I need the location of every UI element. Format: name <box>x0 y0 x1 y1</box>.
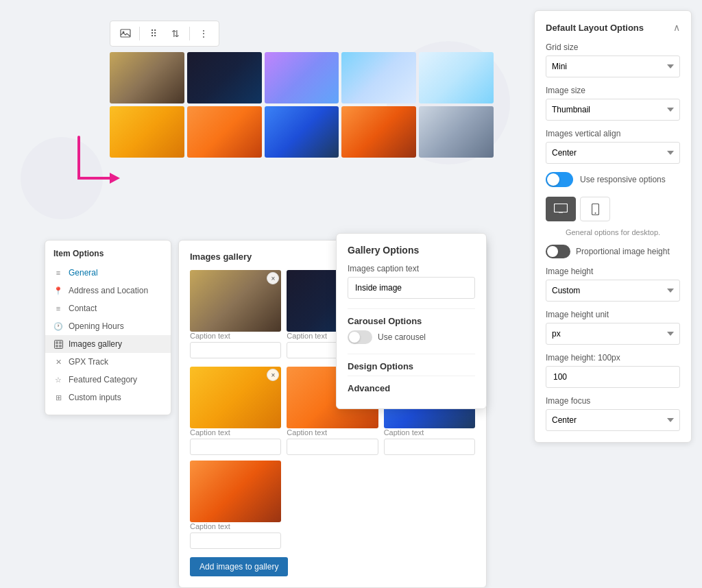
caption-label-4: Caption text <box>190 428 281 437</box>
general-options-note: General options for desktop. <box>546 228 680 236</box>
carousel-section-title[interactable]: Carousel Options <box>348 308 475 330</box>
list-icon: ≡ <box>53 268 63 278</box>
add-images-button[interactable]: Add images to gallery <box>190 557 288 576</box>
caption-input-6[interactable] <box>384 439 475 455</box>
gallery-top-img-2 <box>187 52 262 103</box>
image-size-select[interactable]: Thumbnail Medium Large Full <box>546 99 680 121</box>
gallery-top-img-10 <box>419 106 494 158</box>
svg-point-10 <box>594 212 596 214</box>
sidebar-item-contact[interactable]: ≡ Contact <box>45 299 171 317</box>
images-caption-input[interactable] <box>348 277 475 299</box>
sidebar-item-custom[interactable]: ⊞ Custom inputs <box>45 389 171 406</box>
device-tabs <box>546 197 680 221</box>
svg-rect-0 <box>121 29 130 37</box>
clock-icon: 🕐 <box>53 321 63 331</box>
desktop-tab[interactable] <box>546 197 576 221</box>
track-icon: ✕ <box>53 357 63 367</box>
image-height-label: Image height <box>546 267 680 276</box>
star-icon: ☆ <box>53 375 63 384</box>
top-gallery-grid <box>110 52 494 158</box>
gallery-top-img-5 <box>419 52 494 103</box>
sidebar-item-hours[interactable]: 🕐 Opening Hours <box>45 317 171 335</box>
gallery-toolbar: ⠿ ⇅ ⋮ <box>110 21 219 47</box>
panel-header: Default Layout Options ∧ <box>546 22 680 33</box>
caption-input-7[interactable] <box>190 532 281 549</box>
grid-size-label: Grid size <box>546 42 680 52</box>
toolbar-divider-2 <box>189 27 190 40</box>
vertical-align-select[interactable]: Top Center Bottom <box>546 142 680 164</box>
image-height-px-label: Image height: 100px <box>546 353 680 363</box>
item-options-title: Item Options <box>45 249 171 264</box>
sidebar-item-address[interactable]: 📍 Address and Location <box>45 282 171 299</box>
carousel-toggle-row: Use carousel <box>348 330 475 344</box>
pin-icon: 📍 <box>53 286 63 295</box>
responsive-toggle-row: Use responsive options <box>546 172 680 187</box>
svg-rect-8 <box>555 204 568 212</box>
image-height-input[interactable] <box>546 366 680 388</box>
sidebar-item-gpx[interactable]: ✕ GPX Track <box>45 353 171 371</box>
gallery-top-img-8 <box>265 106 339 158</box>
image-height-unit-select[interactable]: px em rem % <box>546 323 680 345</box>
layout-options-title: Default Layout Options <box>546 23 644 33</box>
toggle-knob <box>349 332 360 343</box>
responsive-label: Use responsive options <box>580 175 666 184</box>
grid-tool-icon[interactable]: ⠿ <box>144 24 163 43</box>
caption-label-6: Caption text <box>384 428 475 437</box>
top-gallery-area: ⠿ ⇅ ⋮ <box>110 21 494 158</box>
svg-marker-2 <box>110 173 120 184</box>
svg-rect-4 <box>56 341 58 344</box>
use-carousel-toggle[interactable] <box>348 330 372 344</box>
caption-label-7: Caption text <box>190 522 281 530</box>
svg-rect-5 <box>59 341 62 344</box>
arrows-tool-icon[interactable]: ⇅ <box>166 24 185 43</box>
images-caption-label: Images caption text <box>348 264 475 273</box>
image-height-select[interactable]: Custom Auto Fixed <box>546 280 680 302</box>
proportional-label: Proportional image height <box>576 247 670 256</box>
responsive-toggle-knob <box>547 173 559 186</box>
caption-input-5[interactable] <box>287 439 378 455</box>
design-section-title[interactable]: Design Options <box>348 354 475 376</box>
image-focus-label: Image focus <box>546 396 680 406</box>
svg-rect-6 <box>56 345 58 347</box>
gallery-img-7 <box>190 461 281 522</box>
gallery-item-4: × Caption text <box>190 367 281 455</box>
proportional-toggle[interactable] <box>546 245 570 258</box>
caption-input-4[interactable] <box>190 439 281 455</box>
toolbar-divider <box>139 27 140 40</box>
sidebar-item-images-gallery[interactable]: Images gallery <box>45 335 171 353</box>
gallery-options-popup: Gallery Options Images caption text Caro… <box>336 233 487 409</box>
contact-icon: ≡ <box>53 304 63 313</box>
caption-label-5: Caption text <box>287 428 378 437</box>
gallery-top-img-4 <box>341 52 416 103</box>
caption-label-1: Caption text <box>190 332 281 340</box>
image-tool-icon[interactable] <box>116 24 135 43</box>
advanced-section-title[interactable]: Advanced <box>348 376 475 397</box>
sidebar-item-general[interactable]: ≡ General <box>45 264 171 282</box>
custom-icon: ⊞ <box>53 393 63 402</box>
sidebar-item-category[interactable]: ☆ Featured Category <box>45 371 171 389</box>
gallery-top-img-9 <box>341 106 416 158</box>
mobile-tab[interactable] <box>580 197 610 221</box>
collapse-icon[interactable]: ∧ <box>673 22 680 33</box>
gallery-icon <box>53 339 63 349</box>
proportional-toggle-row: Proportional image height <box>546 245 680 258</box>
image-height-unit-label: Image height unit <box>546 310 680 319</box>
grid-size-select[interactable]: Mini Small Medium Large <box>546 56 680 77</box>
more-tool-icon[interactable]: ⋮ <box>194 24 213 43</box>
gallery-top-img-7 <box>187 106 262 158</box>
pink-arrow <box>58 123 134 206</box>
image-size-label: Image size <box>546 86 680 95</box>
use-carousel-label: Use carousel <box>378 332 426 342</box>
gallery-item-7: Caption text <box>190 461 281 549</box>
image-focus-select[interactable]: Top Center Bottom Left Right <box>546 409 680 431</box>
gallery-options-title: Gallery Options <box>348 245 475 256</box>
caption-input-1[interactable] <box>190 342 281 358</box>
item-options-panel: Item Options ≡ General 📍 Address and Loc… <box>45 240 171 415</box>
vertical-align-label: Images vertical align <box>546 129 680 138</box>
layout-options-panel: Default Layout Options ∧ Grid size Mini … <box>534 10 692 443</box>
gallery-top-img-1 <box>110 52 184 103</box>
gallery-top-img-3 <box>265 52 339 103</box>
proportional-toggle-knob <box>547 246 558 257</box>
svg-rect-7 <box>59 345 62 347</box>
responsive-toggle[interactable] <box>546 172 573 187</box>
